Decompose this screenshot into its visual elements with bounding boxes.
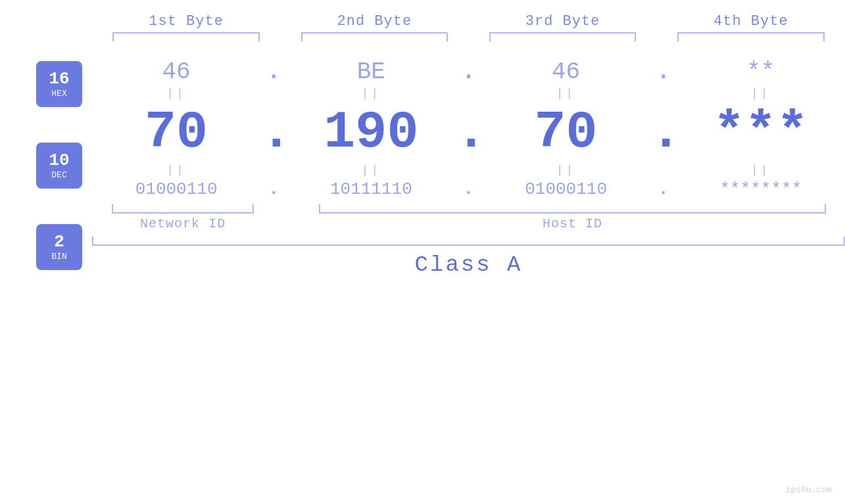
bin-badge-label: BIN xyxy=(51,252,66,262)
network-bracket-line xyxy=(112,204,253,214)
host-id-label: Host ID xyxy=(300,216,845,231)
hex-dot2: . xyxy=(456,60,482,84)
label-spacer xyxy=(274,216,300,231)
id-labels-row: Network ID Host ID xyxy=(92,216,845,231)
hex-badge-number: 16 xyxy=(49,70,69,87)
eq7: || xyxy=(482,164,650,177)
eq4: || xyxy=(677,87,845,100)
host-bracket-container xyxy=(300,204,845,214)
network-bracket-container xyxy=(92,204,274,214)
hex-dot3: . xyxy=(650,60,677,84)
hex-b2: BE xyxy=(287,58,455,85)
byte4-header: 4th Byte xyxy=(657,13,845,30)
hex-row: 46 . BE . 46 . ** xyxy=(92,58,845,85)
hex-badge-label: HEX xyxy=(51,89,66,99)
data-rows-container: 46 . BE . 46 . ** || || || || 70 xyxy=(92,48,845,277)
badges-column: 16 HEX 10 DEC 2 BIN xyxy=(0,48,92,270)
network-id-label: Network ID xyxy=(92,216,274,231)
dec-row: 70 . 190 . 70 . *** xyxy=(92,103,845,162)
bin-dot3: . xyxy=(650,181,677,198)
bin-dot2: . xyxy=(456,181,482,198)
bin-b4: ******** xyxy=(677,179,845,199)
eq3: || xyxy=(482,87,650,100)
eq5: || xyxy=(92,164,260,177)
bottom-brackets xyxy=(92,204,845,214)
dec-b1: 70 xyxy=(92,103,260,162)
dec-badge-number: 10 xyxy=(49,152,69,169)
class-label: Class A xyxy=(92,252,845,277)
bin-b1: 01000110 xyxy=(92,179,260,199)
hex-b4: ** xyxy=(677,58,845,85)
bracket-b4 xyxy=(657,32,845,41)
host-bracket-line xyxy=(319,204,826,214)
bin-badge: 2 BIN xyxy=(36,224,82,270)
dec-dot3: . xyxy=(650,106,677,159)
eq8: || xyxy=(677,164,845,177)
class-row: Class A xyxy=(92,252,845,277)
top-brackets xyxy=(0,32,845,41)
eq2: || xyxy=(287,87,455,100)
bracket-spacer1 xyxy=(274,204,300,214)
watermark: ipshu.com xyxy=(786,485,832,495)
bin-b3: 01000110 xyxy=(482,179,650,199)
eq6: || xyxy=(287,164,455,177)
bracket-b1 xyxy=(92,32,280,41)
dec-badge: 10 DEC xyxy=(36,143,82,189)
dec-badge-label: DEC xyxy=(51,170,66,180)
eq1: || xyxy=(92,87,260,100)
hex-badge: 16 HEX xyxy=(36,61,82,107)
dec-dot1: . xyxy=(260,106,287,159)
big-bracket-row xyxy=(92,237,845,246)
dec-b2: 190 xyxy=(287,103,455,162)
byte3-header: 3rd Byte xyxy=(469,13,657,30)
big-bracket-line xyxy=(92,237,845,246)
byte2-header: 2nd Byte xyxy=(280,13,468,30)
bin-b2: 10111110 xyxy=(287,179,455,199)
byte1-header: 1st Byte xyxy=(92,13,280,30)
dec-dot2: . xyxy=(456,106,482,159)
dec-b4: *** xyxy=(677,103,845,162)
equals-hex-dec: || || || || xyxy=(92,87,845,100)
hex-b1: 46 xyxy=(92,58,260,85)
bin-dot1: . xyxy=(260,181,287,198)
bracket-b2 xyxy=(280,32,468,41)
dec-b3: 70 xyxy=(482,103,650,162)
bin-row: 01000110 . 10111110 . 01000110 . *******… xyxy=(92,179,845,199)
byte-headers: 1st Byte 2nd Byte 3rd Byte 4th Byte xyxy=(0,13,845,30)
content-area: 16 HEX 10 DEC 2 BIN 46 . BE . 46 . ** xyxy=(0,48,845,504)
bin-badge-number: 2 xyxy=(54,233,64,250)
hex-b3: 46 xyxy=(482,58,650,85)
main-container: 1st Byte 2nd Byte 3rd Byte 4th Byte 16 H… xyxy=(0,0,845,504)
bracket-b3 xyxy=(469,32,657,41)
equals-dec-bin: || || || || xyxy=(92,164,845,177)
hex-dot1: . xyxy=(260,60,287,84)
